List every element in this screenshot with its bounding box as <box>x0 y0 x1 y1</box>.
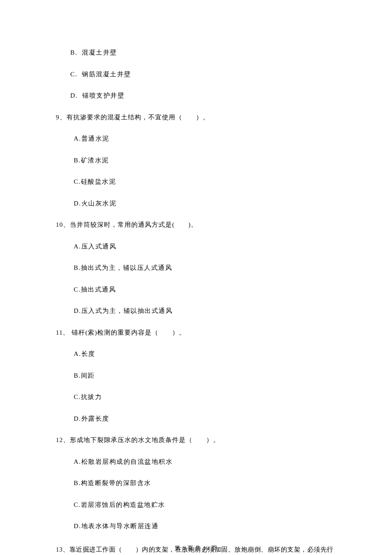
q12-option-c: C.岩层溶蚀后的构造盆地贮水 <box>52 500 340 510</box>
q9-option-b: B.矿渣水泥 <box>52 156 340 165</box>
q9-stem: 9、有抗渗要求的混凝土结构，不宜使用（ ）。 <box>52 113 340 122</box>
q11-option-b: B.间距 <box>52 371 340 381</box>
q10-option-c: C.抽出式通风 <box>52 285 340 295</box>
q12-stem: 12、形成地下裂隙承压水的水文地质条件是（ ）。 <box>52 435 340 445</box>
q11-option-d: D.外露长度 <box>52 414 340 424</box>
q10-option-b: B.抽出式为主，辅以压人式通风 <box>52 263 340 273</box>
q11-option-a: A.长度 <box>52 349 340 359</box>
page-footer: 第 3 页 共 14 页 <box>0 544 392 552</box>
q9-option-d: D.火山灰水泥 <box>52 199 340 208</box>
q12-option-d: D.地表水体与导水断层连通 <box>52 521 340 531</box>
q10-stem: 10、当井筒较深时，常用的通风方式是( )。 <box>52 220 340 230</box>
q8-option-c: C. 钢筋混凝土井壁 <box>52 69 340 79</box>
q11-stem: 11、 锚杆(索)检测的重要内容是（ ）。 <box>52 328 340 338</box>
q12-option-a: A.松散岩层构成的自流盆地积水 <box>52 457 340 467</box>
page-content: B. 混凝土井壁 C. 钢筋混凝土井壁 D. 锚喷支护井壁 9、有抗渗要求的混凝… <box>0 0 392 555</box>
q8-option-d: D. 锚喷支护井壁 <box>52 91 340 101</box>
q11-option-c: C.抗拔力 <box>52 392 340 402</box>
q9-option-c: C.硅酸盐水泥 <box>52 177 340 187</box>
q8-option-b: B. 混凝土井壁 <box>52 48 340 58</box>
q12-option-b: B.构造断裂带的深部含水 <box>52 478 340 488</box>
q9-option-a: A.普通水泥 <box>52 134 340 144</box>
q10-option-a: A.压入式通风 <box>52 242 340 251</box>
q10-option-d: D.压入式为主，辅以抽出式通风 <box>52 306 340 316</box>
